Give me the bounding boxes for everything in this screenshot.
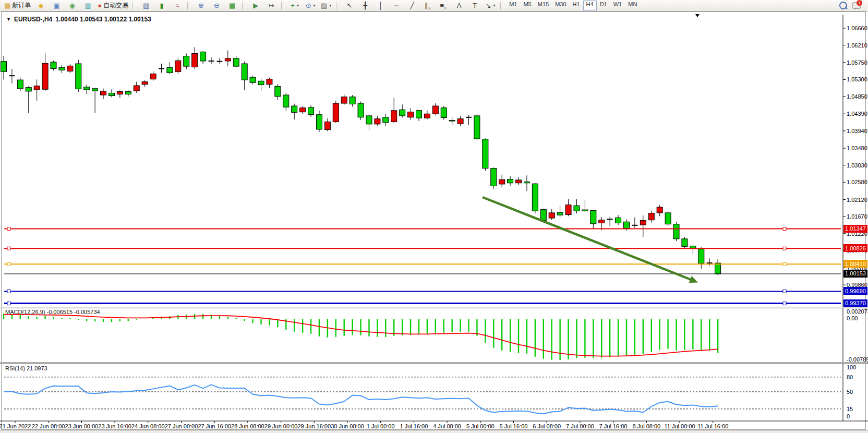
text-label-button[interactable]: T xyxy=(467,1,483,11)
autotrade-button[interactable]: ●自动交易 xyxy=(95,1,130,11)
templates-dropdown-icon[interactable]: ▾ xyxy=(329,3,331,8)
timeframe-m15-button[interactable]: M15 xyxy=(535,1,552,10)
timeframe-w1-button[interactable]: W1 xyxy=(610,1,625,10)
auto-scroll-button[interactable]: ▶ xyxy=(248,1,263,11)
rsi-label: RSI(14) 21.0973 xyxy=(5,365,47,371)
toolbar-separator xyxy=(242,2,246,10)
timeframe-m30-button[interactable]: M30 xyxy=(552,1,569,10)
equidistant-channel-icon: ∥ xyxy=(425,2,428,9)
zoom-out-button[interactable]: ⊖ xyxy=(209,1,224,11)
trend-arrow-head[interactable] xyxy=(689,276,698,283)
chart-line-icon: ≈ xyxy=(176,2,179,9)
fibonacci-button[interactable]: ≡F xyxy=(436,1,451,11)
rsi-axis-label: 100 xyxy=(847,364,856,370)
candle-body xyxy=(175,61,181,71)
candle-body xyxy=(67,66,73,71)
candle-body xyxy=(59,67,65,70)
add-indicator-icon: + xyxy=(291,2,295,9)
toolbar-separator xyxy=(336,2,340,10)
chart-title-collapse-icon[interactable]: ▼ xyxy=(6,17,11,22)
pane-separator-macd[interactable] xyxy=(0,307,868,308)
candle-body xyxy=(432,106,438,114)
search-icon[interactable] xyxy=(839,2,847,9)
timeframe-m1-button[interactable]: M1 xyxy=(506,1,520,10)
price-badge-1.00410: 1.00410 xyxy=(843,260,867,268)
equidistant-channel-button[interactable]: ∥E xyxy=(420,1,436,11)
crosshair-button[interactable]: ╂ xyxy=(357,1,373,11)
trendline-button[interactable]: ╱ xyxy=(404,1,420,11)
periods-button[interactable]: ⊙▾ xyxy=(303,1,318,11)
hline-handle[interactable] xyxy=(783,262,786,266)
chart-ohlc-values: 1.00440 1.00543 1.00122 1.00153 xyxy=(55,16,151,23)
hline-handle[interactable] xyxy=(7,290,10,293)
price-badge-1.00826: 1.00826 xyxy=(843,244,867,252)
price-axis-label: 1.03480 xyxy=(847,145,867,151)
price-axis-label: 1.06660 xyxy=(847,25,867,31)
chart-canvas[interactable] xyxy=(0,0,868,433)
candle-body xyxy=(673,224,679,239)
timeframe-h4-button[interactable]: H4 xyxy=(583,1,597,10)
macd-axis-label: -0.007853 xyxy=(847,356,868,363)
candle-body xyxy=(316,115,322,129)
hline-handle[interactable] xyxy=(783,290,786,293)
data-window-button[interactable]: ▣ xyxy=(49,1,64,11)
timeframe-h1-button[interactable]: H1 xyxy=(570,1,583,10)
toolbar-separator xyxy=(187,2,191,10)
terminal-button[interactable]: ▥ xyxy=(80,1,95,11)
macd-axis-label: 0.00 xyxy=(847,315,858,321)
arrows-dropdown-icon[interactable]: ▾ xyxy=(493,3,496,8)
chart-candles-icon: ▮ xyxy=(160,2,164,9)
chart-line-button[interactable]: ≈ xyxy=(170,1,185,11)
candle-body xyxy=(267,79,272,85)
chart-candles-button[interactable]: ▮ xyxy=(154,1,170,11)
timeframe-mn-button[interactable]: MN xyxy=(625,1,640,10)
chat-icon[interactable]: 1 xyxy=(852,2,861,9)
candle-body xyxy=(366,116,372,124)
add-indicator-dropdown-icon[interactable]: ▾ xyxy=(297,3,299,8)
pane-separator-rsi[interactable] xyxy=(0,362,868,364)
macd-label: MACD(12,26,9) -0.006515 -0.005734 xyxy=(5,309,100,315)
candle-body xyxy=(474,116,480,139)
candle-body xyxy=(499,179,505,184)
autotrade-icon: ● xyxy=(98,2,102,9)
hline-handle[interactable] xyxy=(783,227,786,231)
zoom-in-button[interactable]: ⊕ xyxy=(193,1,209,11)
horizontal-line-button[interactable]: ─ xyxy=(389,1,404,11)
navigator-button[interactable]: ◉ xyxy=(64,1,80,11)
candle-body xyxy=(549,213,554,218)
add-indicator-button[interactable]: +▾ xyxy=(287,1,303,11)
text-button[interactable]: A xyxy=(451,1,467,11)
vertical-line-button[interactable]: │ xyxy=(373,1,389,11)
candle-body xyxy=(698,249,704,263)
arrows-button[interactable]: ↘▾ xyxy=(483,1,498,11)
toolbar-separator xyxy=(500,2,504,10)
candle-body xyxy=(483,139,488,169)
fibonacci-sub-label: F xyxy=(444,6,447,10)
cursor-button[interactable]: ↖ xyxy=(342,1,357,11)
hline-handle[interactable] xyxy=(7,302,10,305)
timeframe-m5-button[interactable]: M5 xyxy=(520,1,534,10)
hline-handle[interactable] xyxy=(7,227,10,231)
hline-handle[interactable] xyxy=(7,247,10,250)
candle-body xyxy=(557,212,563,215)
new-order-button[interactable]: ▤新订单 xyxy=(2,1,33,11)
periods-dropdown-icon[interactable]: ▾ xyxy=(314,3,316,8)
hline-handle[interactable] xyxy=(783,302,786,305)
candle-body xyxy=(34,86,40,90)
candle-body xyxy=(76,64,81,89)
market-watch-button[interactable]: ◆ xyxy=(33,1,49,11)
equidistant-channel-sub-label: E xyxy=(428,6,431,10)
fibonacci-icon: ≡ xyxy=(440,2,444,9)
hline-handle[interactable] xyxy=(7,262,10,266)
rsi-axis-label: 50 xyxy=(847,389,853,395)
chart-bars-button[interactable]: ▥ xyxy=(138,1,154,11)
chart-shift-marker[interactable] xyxy=(695,14,700,17)
hline-handle[interactable] xyxy=(783,247,786,250)
timeframe-d1-button[interactable]: D1 xyxy=(597,1,610,10)
candle-body xyxy=(508,179,513,183)
chart-title: ▼ EURUSD-,H4 1.00440 1.00543 1.00122 1.0… xyxy=(6,16,151,23)
new-order-icon: ▤ xyxy=(4,2,10,9)
tile-windows-button[interactable]: ▦ xyxy=(224,1,240,11)
chart-shift-button[interactable]: ↦ xyxy=(263,1,279,11)
templates-button[interactable]: ▨▾ xyxy=(318,1,334,11)
